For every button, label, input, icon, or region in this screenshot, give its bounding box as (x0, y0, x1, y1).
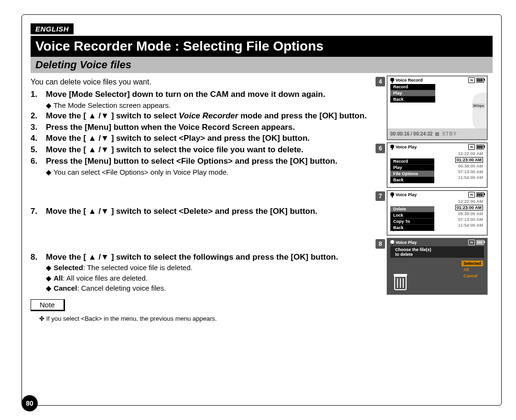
menu-back[interactable]: Back (390, 96, 435, 103)
menu-copy-to[interactable]: Copy To (390, 219, 434, 225)
memory-icon: IN (468, 240, 475, 245)
option-all[interactable]: All (462, 267, 483, 273)
screen-6: Voice Play IN Record Play File Options B… (387, 143, 487, 188)
confirm-prompt: Choose the file(s) to delete (390, 246, 484, 258)
battery-icon (476, 192, 484, 197)
battery-icon (476, 240, 484, 245)
step-8-opt-cancel: Cancel: Cancel deleting voice files. (46, 284, 375, 293)
step-2: Move the [ ▲ /▼ ] switch to select Voice… (31, 111, 375, 121)
screen-4: Voice Record IN Record Play Back (387, 76, 487, 140)
language-badge: ENGLISH (31, 23, 74, 34)
screen-8-block: 8 Voice Play IN Choose the file(s) to de… (380, 238, 493, 294)
list-item[interactable]: 12:22:00 AM (387, 151, 487, 157)
step-8-opt-selected: Selected: The selected voice file is del… (46, 263, 375, 272)
menu-lock[interactable]: Lock (390, 212, 434, 219)
step-6: Press the [Menu] button to select <File … (31, 156, 375, 177)
screen-8-badge: 8 (376, 239, 385, 249)
mic-icon (390, 78, 394, 82)
page-frame: ENGLISH Voice Recorder Mode : Selecting … (22, 14, 502, 406)
instructions-column: You can delete voice files you want. Mov… (31, 76, 380, 322)
screenshots-column: 4 Voice Record IN Record Play (380, 76, 493, 322)
step-6-sub: You can select <File Options> only in Vo… (46, 168, 375, 177)
menu-play[interactable]: Play (390, 90, 435, 96)
screen-7: Voice Play IN Delete Lock Copy To Back (387, 190, 487, 235)
trash-icon (394, 276, 407, 290)
battery-icon (476, 145, 484, 149)
screen-4-badge: 4 (376, 77, 385, 86)
menu-delete[interactable]: Delete (390, 206, 434, 212)
mic-icon (390, 192, 394, 196)
memory-icon: IN (468, 192, 475, 198)
step-8: Move the [ ▲ /▼ ] switch to select the f… (31, 252, 375, 293)
step-7: Move the [ ▲ /▼ ] switch to select <Dele… (31, 206, 375, 217)
menu-play[interactable]: Play (390, 165, 434, 171)
head-silhouette-icon (473, 93, 487, 131)
step-4: Move the [ ▲ /▼ ] switch to select <Play… (31, 133, 375, 144)
step-5: Move the [ ▲ /▼ ] switch to select the v… (31, 145, 375, 155)
step-1-sub: The Mode Selection screen appears. (46, 101, 375, 110)
mic-icon (390, 240, 394, 244)
screen-7-block: 7 Voice Play IN Delete Lock Copy To (380, 190, 493, 235)
intro-text: You can delete voice files you want. (31, 78, 375, 86)
step-8-opt-all: All: All voice files are deleted. (46, 273, 375, 283)
note-text: If you select <Back> in the menu, the pr… (39, 315, 375, 322)
screen-6-block: 6 Voice Play IN Record Play File Opt (380, 143, 493, 188)
section-subtitle: Deleting Voice files (31, 57, 493, 73)
memory-icon: IN (468, 144, 475, 150)
note-heading: Note (31, 299, 65, 311)
menu-file-options[interactable]: File Options (390, 171, 434, 177)
screen-6-badge: 6 (376, 144, 385, 153)
screen-7-badge: 7 (376, 191, 385, 201)
page-number: 80 (22, 395, 38, 411)
menu-record[interactable]: Record (390, 158, 434, 165)
option-cancel[interactable]: Cancel (462, 273, 483, 279)
menu-back[interactable]: Back (390, 225, 434, 231)
list-item[interactable]: 12:22:00 AM (387, 199, 487, 204)
mic-icon (390, 145, 394, 148)
time-counter: 00:00:16 / 00:24:32 (390, 131, 432, 136)
option-selected[interactable]: Selected (462, 261, 483, 266)
battery-icon (476, 78, 484, 83)
bitrate-label: 8Kbps (472, 103, 485, 108)
screen-8: Voice Play IN Choose the file(s) to dele… (387, 238, 487, 294)
memory-icon: IN (468, 77, 475, 83)
menu-back[interactable]: Back (390, 177, 434, 183)
page-title: Voice Recorder Mode : Selecting File Opt… (31, 36, 493, 57)
step-3: Press the [Menu] button when the Voice R… (31, 122, 375, 133)
menu-record[interactable]: Record (390, 84, 435, 90)
screen-4-block: 4 Voice Record IN Record Play (380, 76, 493, 140)
stop-icon (435, 132, 439, 136)
step-1: Move [Mode Selector] down to turn on the… (31, 89, 375, 110)
standby-label: STBY (442, 131, 457, 136)
